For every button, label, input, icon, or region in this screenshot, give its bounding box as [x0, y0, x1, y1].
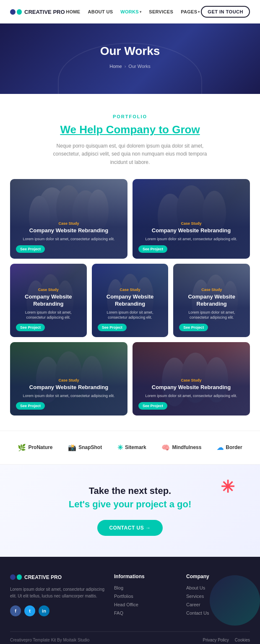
cta-subtitle: Let's give your project a go!	[10, 499, 250, 510]
card-title-6: Company Website Rebranding	[16, 384, 122, 391]
sitemark-icon: ✳	[117, 444, 123, 452]
cta-subtitle-part2: a go!	[167, 499, 192, 509]
case-label-1: Case Study	[16, 221, 122, 226]
footer-link-blog[interactable]: Blog	[114, 585, 178, 590]
breadcrumb-separator: ›	[125, 64, 126, 69]
card-content-7: Case Study Company Website Rebranding Lo…	[133, 342, 250, 415]
logo-dot-teal	[17, 9, 22, 15]
card-desc-3: Lorem ipsum dolor sit amet, consectetur …	[16, 310, 81, 320]
twitter-button[interactable]: t	[24, 605, 35, 616]
case-label-6: Case Study	[16, 378, 122, 382]
contact-us-button[interactable]: CONTACT US →	[97, 520, 162, 536]
logo-text: CREATIVE PRO	[24, 9, 65, 15]
portfolio-card-4[interactable]: Case Study Company Website Rebranding Lo…	[92, 264, 169, 337]
mindfulness-icon: 🧠	[161, 444, 170, 452]
portfolio-section: PORTFOLIO We Help Company to Grow Neque …	[0, 94, 260, 431]
footer-brand-col: CREATIVE PRO Lorem ipsum dolor sit amet,…	[10, 574, 106, 619]
portfolio-row-1: Case Study Company Website Rebranding Lo…	[10, 179, 250, 259]
cta-section: ✳ Take the next step. Let's give your pr…	[0, 465, 260, 557]
footer-bottom-links: Privacy Policy Cookies	[203, 638, 250, 642]
navigation: CREATIVE PRO HOME ABOUT US WORKS ▾ SERVI…	[0, 0, 260, 23]
footer-info-title: Informations	[114, 574, 178, 579]
portfolio-title-text: We Help Company to	[60, 123, 172, 136]
case-label-5: Case Study	[179, 288, 244, 292]
brand-border-name: Border	[226, 444, 242, 450]
card-content-1: Case Study Company Website Rebranding Lo…	[10, 179, 127, 259]
hero-title: Our Works	[10, 44, 250, 58]
footer-link-portfolios[interactable]: Portfolios	[114, 594, 178, 599]
see-project-button-2[interactable]: See Project	[138, 245, 167, 253]
cta-subtitle-highlight: project	[136, 499, 166, 509]
card-content-2: Case Study Company Website Rebranding Lo…	[133, 179, 250, 259]
facebook-button[interactable]: f	[10, 605, 21, 616]
pronature-icon: 🌿	[18, 444, 26, 452]
see-project-button-4[interactable]: See Project	[98, 324, 127, 331]
cookies-link[interactable]: Cookies	[235, 638, 250, 642]
nav-links: HOME ABOUT US WORKS ▾ SERVICES PAGES ▾	[66, 9, 200, 14]
chevron-down-icon: ▾	[140, 10, 141, 14]
brand-pronature: 🌿 ProNature	[18, 444, 52, 452]
portfolio-card-6[interactable]: Case Study Company Website Rebranding Lo…	[10, 342, 127, 415]
footer-info-col: Informations Blog Portfolios Head Office…	[114, 574, 178, 619]
card-content-3: Case Study Company Website Rebranding Lo…	[10, 264, 87, 337]
footer-logo-text: CREATIVE PRO	[24, 574, 62, 580]
logo-icon	[10, 8, 22, 16]
footer-bottom: Creativepro Template Kit By Moitaik Stud…	[10, 631, 250, 642]
card-title-7: Company Website Rebranding	[138, 384, 244, 391]
footer-logo-dot-teal	[17, 574, 22, 580]
portfolio-card-3[interactable]: Case Study Company Website Rebranding Lo…	[10, 264, 87, 337]
portfolio-row-2: Case Study Company Website Rebranding Lo…	[10, 264, 250, 337]
portfolio-description: Neque porro quisquam est, qui dolorem ip…	[46, 142, 214, 166]
breadcrumb: Home › Our Works	[10, 64, 250, 69]
brand-mindfulness-name: Mindfulness	[172, 444, 201, 450]
see-project-button-7[interactable]: See Project	[138, 402, 167, 410]
card-desc-6: Lorem ipsum dolor sit amet, consectetur …	[16, 393, 122, 399]
brand-mindfulness: 🧠 Mindfulness	[161, 444, 201, 452]
brands-section: 🌿 ProNature 📸 SnapShot ✳ Sitemark 🧠 Mind…	[0, 431, 260, 465]
portfolio-card-7[interactable]: Case Study Company Website Rebranding Lo…	[133, 342, 250, 415]
see-project-button-6[interactable]: See Project	[16, 402, 45, 410]
footer-link-faq[interactable]: FAQ	[114, 610, 178, 615]
brand-pronature-name: ProNature	[28, 444, 52, 450]
portfolio-card-2[interactable]: Case Study Company Website Rebranding Lo…	[133, 179, 250, 259]
get-in-touch-button[interactable]: GET IN TOUCH	[201, 6, 250, 18]
footer-circle-decoration	[210, 575, 260, 626]
footer-link-headoffice[interactable]: Head Office	[114, 602, 178, 607]
nav-pages[interactable]: PAGES ▾	[181, 9, 200, 14]
footer-logo: CREATIVE PRO	[10, 574, 106, 581]
portfolio-card-1[interactable]: Case Study Company Website Rebranding Lo…	[10, 179, 127, 259]
portfolio-card-5[interactable]: Case Study Company Website Rebranding Lo…	[173, 264, 250, 337]
see-project-button-5[interactable]: See Project	[179, 324, 208, 331]
footer-description: Lorem ipsum dolor sit amet, consectetur …	[10, 586, 106, 600]
nav-works[interactable]: WORKS ▾	[120, 9, 141, 14]
see-project-button-1[interactable]: See Project	[16, 245, 45, 253]
chevron-down-icon-2: ▾	[198, 10, 200, 14]
brand-sitemark-name: Sitemark	[125, 444, 146, 450]
nav-home[interactable]: HOME	[66, 9, 80, 14]
footer: CREATIVE PRO Lorem ipsum dolor sit amet,…	[0, 557, 260, 644]
portfolio-row-3: Case Study Company Website Rebranding Lo…	[10, 342, 250, 415]
snapshot-icon: 📸	[68, 444, 76, 452]
case-label-3: Case Study	[16, 288, 81, 292]
logo[interactable]: CREATIVE PRO	[10, 8, 65, 16]
footer-logo-icon	[10, 574, 22, 581]
card-title-5: Company Website Rebranding	[179, 293, 244, 308]
brand-snapshot-name: SnapShot	[78, 444, 102, 450]
card-title-1: Company Website Rebranding	[16, 227, 122, 234]
nav-about[interactable]: ABOUT US	[88, 9, 113, 14]
logo-dot-blue	[10, 9, 16, 15]
card-title-3: Company Website Rebranding	[16, 293, 81, 308]
breadcrumb-current: Our Works	[128, 64, 150, 69]
portfolio-label: PORTFOLIO	[10, 114, 250, 119]
see-project-button-3[interactable]: See Project	[16, 324, 45, 331]
privacy-policy-link[interactable]: Privacy Policy	[203, 638, 229, 642]
footer-copyright: Creativepro Template Kit By Moitaik Stud…	[10, 638, 89, 642]
portfolio-title-highlight: Grow	[172, 123, 200, 136]
footer-logo-dot-blue	[10, 574, 16, 580]
footer-social: f t in	[10, 605, 106, 616]
linkedin-button[interactable]: in	[39, 605, 49, 616]
nav-services[interactable]: SERVICES	[149, 9, 173, 14]
card-desc-1: Lorem ipsum dolor sit amet, consectetur …	[16, 236, 122, 242]
case-label-7: Case Study	[138, 378, 244, 382]
breadcrumb-home[interactable]: Home	[109, 64, 122, 69]
